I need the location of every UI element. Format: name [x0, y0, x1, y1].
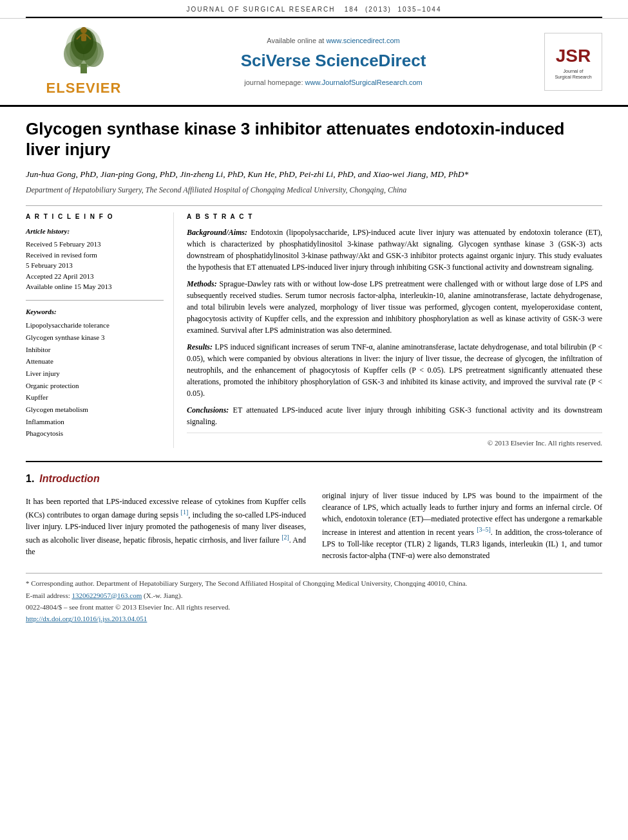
abstract-results: Results: LPS induced significant increas… — [187, 341, 602, 399]
email-link[interactable]: 13206229057@163.com — [71, 592, 142, 599]
elsevier-tree-icon — [45, 25, 122, 77]
abstract-column: A B S T R A C T Background/Aims: Endotox… — [187, 212, 602, 448]
keyword-item: Inhibitor — [26, 344, 164, 356]
sciverse-url[interactable]: www.sciencedirect.com — [326, 37, 399, 44]
svg-point-7 — [81, 27, 87, 33]
sciverse-brand: SciVerse ScienceDirect — [155, 49, 512, 72]
journal-name: JOURNAL OF SURGICAL RESEARCH — [187, 6, 336, 13]
keyword-item: Glycogen synthase kinase 3 — [26, 331, 164, 344]
svg-rect-8 — [81, 33, 86, 41]
article-info-label: A R T I C L E I N F O — [26, 212, 164, 221]
copyright-notice: © 2013 Elsevier Inc. All rights reserved… — [187, 433, 602, 448]
history-label: Article history: — [26, 227, 164, 236]
keyword-item: Liver injury — [26, 368, 164, 380]
abstract-label: A B S T R A C T — [187, 212, 602, 221]
background-label: Background/Aims: — [187, 228, 247, 237]
doi-footnote: http://dx.doi.org/10.1016/j.jss.2013.04.… — [26, 614, 602, 624]
main-content: Glycogen synthase kinase 3 inhibitor att… — [0, 118, 628, 624]
accepted-date: Accepted 22 April 2013 — [26, 271, 164, 282]
jsr-full-name: Journal ofSurgical Research — [555, 68, 591, 81]
elsevier-brand: ELSEVIER — [46, 79, 122, 98]
conclusions-text: ET attenuated LPS-induced acute liver in… — [187, 406, 602, 426]
homepage-url[interactable]: www.JournalofSurgicalResearch.com — [305, 79, 423, 86]
introduction-left: 1. Introduction It has been reported tha… — [26, 472, 306, 561]
keywords-separator — [26, 300, 164, 301]
revised-label: Received in revised form — [26, 250, 164, 261]
journal-masthead: ELSEVIER Available online at www.science… — [0, 18, 628, 107]
methods-text: Sprague-Dawley rats with or without low-… — [187, 279, 602, 335]
sciverse-area: Available online at www.sciencedirect.co… — [142, 36, 525, 88]
journal-homepage: journal homepage: www.JournalofSurgicalR… — [155, 78, 512, 88]
journal-header: JOURNAL OF SURGICAL RESEARCH 184 (2013) … — [0, 0, 628, 17]
jsr-logo-area: JSR Journal ofSurgical Research — [525, 33, 602, 91]
abstract-methods: Methods: Sprague-Dawley rats with or wit… — [187, 278, 602, 336]
results-label: Results: — [187, 342, 213, 351]
introduction-columns: 1. Introduction It has been reported tha… — [26, 472, 602, 561]
revised-date: 5 February 2013 — [26, 260, 164, 271]
keywords-group: Keywords: Lipopolysaccharide toleranceGl… — [26, 307, 164, 440]
article-title: Glycogen synthase kinase 3 inhibitor att… — [26, 118, 602, 160]
elsevier-logo-area: ELSEVIER — [26, 25, 142, 98]
keyword-item: Glycogen metabolism — [26, 404, 164, 416]
keyword-item: Kupffer — [26, 391, 164, 404]
article-info-column: A R T I C L E I N F O Article history: R… — [26, 212, 174, 448]
corresponding-text: * Corresponding author. Department of He… — [26, 579, 467, 587]
journal-volume: 184 — [345, 6, 359, 13]
keyword-item: Attenuate — [26, 355, 164, 368]
introduction-right: original injury of liver tissue induced … — [322, 472, 602, 561]
article-history: Article history: Received 5 February 201… — [26, 227, 164, 292]
background-text: Endotoxin (lipopolysaccharide, LPS)-indu… — [187, 228, 602, 272]
introduction-section: 1. Introduction It has been reported tha… — [26, 461, 602, 561]
methods-label: Methods: — [187, 279, 217, 288]
keywords-label: Keywords: — [26, 307, 164, 317]
keyword-item: Organic protection — [26, 380, 164, 392]
keyword-item: Lipopolysaccharide tolerance — [26, 319, 164, 331]
doi-link[interactable]: http://dx.doi.org/10.1016/j.jss.2013.04.… — [26, 615, 147, 622]
email-suffix: (X.-w. Jiang). — [144, 592, 182, 599]
keywords-list: Lipopolysaccharide toleranceGlycogen syn… — [26, 319, 164, 440]
available-text: Available online at www.sciencedirect.co… — [155, 36, 512, 46]
abstract-conclusions: Conclusions: ET attenuated LPS-induced a… — [187, 404, 602, 427]
conclusions-label: Conclusions: — [187, 406, 229, 415]
corresponding-footnote: * Corresponding author. Department of He… — [26, 579, 602, 588]
section-number: 1. — [26, 472, 34, 486]
affiliation: Department of Hepatobiliary Surgery, The… — [26, 185, 602, 196]
email-label: E-mail address: — [26, 592, 70, 599]
abstract-background: Background/Aims: Endotoxin (lipopolysacc… — [187, 227, 602, 273]
authors: Jun-hua Gong, PhD, Jian-ping Gong, PhD, … — [26, 168, 602, 181]
keyword-item: Inflammation — [26, 416, 164, 428]
info-abstract-section: A R T I C L E I N F O Article history: R… — [26, 212, 602, 448]
separator — [26, 205, 602, 206]
introduction-left-text: It has been reported that LPS-induced ex… — [26, 496, 306, 557]
issn-footnote: 0022-4804/$ – see front matter © 2013 El… — [26, 602, 602, 612]
available-date: Available online 15 May 2013 — [26, 281, 164, 292]
jsr-logo: JSR Journal ofSurgical Research — [544, 33, 602, 91]
email-footnote: E-mail address: 13206229057@163.com (X.-… — [26, 591, 602, 601]
keyword-item: Phagocytosis — [26, 427, 164, 440]
jsr-acronym: JSR — [556, 43, 591, 68]
section-title: Introduction — [39, 472, 99, 486]
results-text: LPS induced significant increases of ser… — [187, 342, 602, 398]
introduction-right-text: original injury of liver tissue induced … — [322, 490, 602, 561]
footnote-section: * Corresponding author. Department of He… — [26, 573, 602, 624]
received-date: Received 5 February 2013 — [26, 239, 164, 250]
